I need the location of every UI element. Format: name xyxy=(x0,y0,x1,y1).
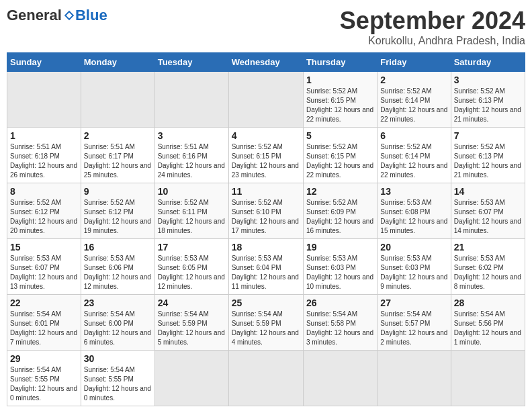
calendar-cell xyxy=(451,351,525,406)
day-number: 10 xyxy=(158,186,226,197)
calendar-cell: 6 Sunrise: 5:52 AMSunset: 6:14 PMDayligh… xyxy=(378,128,451,183)
calendar-cell: 3 Sunrise: 5:52 AMSunset: 6:13 PMDayligh… xyxy=(451,72,525,128)
logo-blue: Blue xyxy=(75,7,107,24)
day-detail: Sunrise: 5:54 AMSunset: 5:59 PMDaylight:… xyxy=(158,310,226,347)
day-number: 3 xyxy=(158,130,226,141)
day-number: 5 xyxy=(306,130,374,141)
calendar-cell: 10 Sunrise: 5:52 AMSunset: 6:11 PMDaylig… xyxy=(154,183,228,239)
day-number: 30 xyxy=(84,353,152,364)
day-detail: Sunrise: 5:52 AMSunset: 6:10 PMDaylight:… xyxy=(232,198,300,236)
day-detail: Sunrise: 5:53 AMSunset: 6:07 PMDaylight:… xyxy=(10,254,78,291)
day-detail: Sunrise: 5:53 AMSunset: 6:07 PMDaylight:… xyxy=(454,198,522,236)
calendar-cell: 24 Sunrise: 5:54 AMSunset: 5:59 PMDaylig… xyxy=(154,295,228,351)
day-detail: Sunrise: 5:52 AMSunset: 6:11 PMDaylight:… xyxy=(158,198,226,236)
day-detail: Sunrise: 5:52 AMSunset: 6:12 PMDaylight:… xyxy=(84,198,152,236)
day-number: 29 xyxy=(10,353,78,364)
calendar-cell: 16 Sunrise: 5:53 AMSunset: 6:06 PMDaylig… xyxy=(81,239,154,295)
day-detail: Sunrise: 5:53 AMSunset: 6:03 PMDaylight:… xyxy=(380,254,447,291)
calendar-week-row: 22 Sunrise: 5:54 AMSunset: 6:01 PMDaylig… xyxy=(7,295,525,351)
day-number: 24 xyxy=(158,298,226,308)
day-number: 1 xyxy=(306,75,374,85)
day-number: 17 xyxy=(158,242,226,253)
day-number: 11 xyxy=(232,186,300,197)
day-detail: Sunrise: 5:52 AMSunset: 6:13 PMDaylight:… xyxy=(454,87,522,124)
calendar-cell: 18 Sunrise: 5:53 AMSunset: 6:04 PMDaylig… xyxy=(228,239,303,295)
day-detail: Sunrise: 5:53 AMSunset: 6:05 PMDaylight:… xyxy=(158,254,226,291)
day-number: 8 xyxy=(10,186,78,197)
calendar-cell: 4 Sunrise: 5:52 AMSunset: 6:15 PMDayligh… xyxy=(228,128,303,183)
header-sunday: Sunday xyxy=(7,53,81,72)
day-number: 21 xyxy=(454,242,522,253)
day-number: 20 xyxy=(380,242,447,253)
calendar-cell: 25 Sunrise: 5:54 AMSunset: 5:59 PMDaylig… xyxy=(228,295,303,351)
day-detail: Sunrise: 5:53 AMSunset: 6:03 PMDaylight:… xyxy=(306,254,374,291)
calendar-cell xyxy=(303,351,377,406)
header-tuesday: Tuesday xyxy=(154,53,228,72)
day-number: 18 xyxy=(232,242,300,253)
day-detail: Sunrise: 5:54 AMSunset: 5:56 PMDaylight:… xyxy=(454,310,522,347)
day-number: 15 xyxy=(10,242,78,253)
day-detail: Sunrise: 5:52 AMSunset: 6:15 PMDaylight:… xyxy=(232,142,300,180)
day-detail: Sunrise: 5:52 AMSunset: 6:15 PMDaylight:… xyxy=(306,87,374,124)
calendar-cell xyxy=(7,72,81,128)
day-number: 26 xyxy=(306,298,374,308)
calendar-week-row: 1 Sunrise: 5:51 AMSunset: 6:18 PMDayligh… xyxy=(7,128,525,183)
calendar-week-row: 1 Sunrise: 5:52 AMSunset: 6:15 PMDayligh… xyxy=(7,72,525,128)
day-detail: Sunrise: 5:52 AMSunset: 6:14 PMDaylight:… xyxy=(380,87,447,124)
day-detail: Sunrise: 5:54 AMSunset: 5:58 PMDaylight:… xyxy=(306,310,374,347)
logo-icon xyxy=(63,9,75,21)
day-detail: Sunrise: 5:51 AMSunset: 6:17 PMDaylight:… xyxy=(84,142,152,180)
day-number: 3 xyxy=(454,75,522,85)
day-detail: Sunrise: 5:53 AMSunset: 6:04 PMDaylight:… xyxy=(232,254,300,291)
calendar-cell: 13 Sunrise: 5:53 AMSunset: 6:08 PMDaylig… xyxy=(378,183,451,239)
logo: General Blue xyxy=(7,7,107,24)
day-number: 22 xyxy=(10,298,78,308)
day-detail: Sunrise: 5:53 AMSunset: 6:02 PMDaylight:… xyxy=(454,254,522,291)
calendar-table: SundayMondayTuesdayWednesdayThursdayFrid… xyxy=(7,52,525,406)
calendar-cell: 19 Sunrise: 5:53 AMSunset: 6:03 PMDaylig… xyxy=(303,239,377,295)
day-number: 12 xyxy=(306,186,374,197)
calendar-cell: 22 Sunrise: 5:54 AMSunset: 6:01 PMDaylig… xyxy=(7,295,81,351)
calendar-week-row: 15 Sunrise: 5:53 AMSunset: 6:07 PMDaylig… xyxy=(7,239,525,295)
calendar-cell: 11 Sunrise: 5:52 AMSunset: 6:10 PMDaylig… xyxy=(228,183,303,239)
day-number: 13 xyxy=(380,186,447,197)
day-number: 2 xyxy=(380,75,447,85)
calendar-cell: 26 Sunrise: 5:54 AMSunset: 5:58 PMDaylig… xyxy=(303,295,377,351)
day-number: 2 xyxy=(84,130,152,141)
calendar-cell: 1 Sunrise: 5:52 AMSunset: 6:15 PMDayligh… xyxy=(303,72,377,128)
day-detail: Sunrise: 5:53 AMSunset: 6:06 PMDaylight:… xyxy=(84,254,152,291)
header-wednesday: Wednesday xyxy=(228,53,303,72)
calendar-header-row: SundayMondayTuesdayWednesdayThursdayFrid… xyxy=(7,53,525,72)
calendar-cell: 12 Sunrise: 5:52 AMSunset: 6:09 PMDaylig… xyxy=(303,183,377,239)
day-number: 19 xyxy=(306,242,374,253)
day-number: 7 xyxy=(454,130,522,141)
calendar-cell: 2 Sunrise: 5:51 AMSunset: 6:17 PMDayligh… xyxy=(81,128,154,183)
header: General Blue September 2024 Korukollu, A… xyxy=(7,7,525,47)
calendar-week-row: 29 Sunrise: 5:54 AMSunset: 5:55 PMDaylig… xyxy=(7,351,525,406)
day-detail: Sunrise: 5:54 AMSunset: 6:01 PMDaylight:… xyxy=(10,310,78,347)
title-block: September 2024 Korukollu, Andhra Pradesh… xyxy=(340,7,525,47)
day-number: 27 xyxy=(380,298,447,308)
day-number: 16 xyxy=(84,242,152,253)
calendar-cell: 29 Sunrise: 5:54 AMSunset: 5:55 PMDaylig… xyxy=(7,351,81,406)
calendar-cell: 9 Sunrise: 5:52 AMSunset: 6:12 PMDayligh… xyxy=(81,183,154,239)
day-detail: Sunrise: 5:52 AMSunset: 6:15 PMDaylight:… xyxy=(306,142,374,180)
calendar-cell: 7 Sunrise: 5:52 AMSunset: 6:13 PMDayligh… xyxy=(451,128,525,183)
header-friday: Friday xyxy=(378,53,451,72)
day-detail: Sunrise: 5:51 AMSunset: 6:16 PMDaylight:… xyxy=(158,142,226,180)
day-detail: Sunrise: 5:54 AMSunset: 5:57 PMDaylight:… xyxy=(380,310,447,347)
calendar-week-row: 8 Sunrise: 5:52 AMSunset: 6:12 PMDayligh… xyxy=(7,183,525,239)
header-monday: Monday xyxy=(81,53,154,72)
day-number: 14 xyxy=(454,186,522,197)
day-number: 1 xyxy=(10,130,78,141)
day-detail: Sunrise: 5:54 AMSunset: 5:55 PMDaylight:… xyxy=(10,365,78,403)
calendar-cell: 23 Sunrise: 5:54 AMSunset: 6:00 PMDaylig… xyxy=(81,295,154,351)
calendar-cell: 21 Sunrise: 5:53 AMSunset: 6:02 PMDaylig… xyxy=(451,239,525,295)
header-saturday: Saturday xyxy=(451,53,525,72)
day-number: 23 xyxy=(84,298,152,308)
calendar-cell: 17 Sunrise: 5:53 AMSunset: 6:05 PMDaylig… xyxy=(154,239,228,295)
calendar-cell: 8 Sunrise: 5:52 AMSunset: 6:12 PMDayligh… xyxy=(7,183,81,239)
month-title: September 2024 xyxy=(340,7,525,35)
calendar-cell xyxy=(378,351,451,406)
day-number: 28 xyxy=(454,298,522,308)
